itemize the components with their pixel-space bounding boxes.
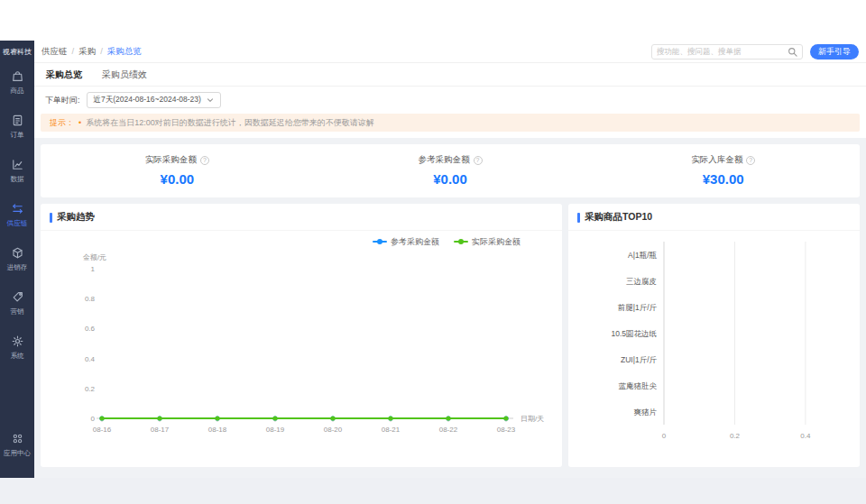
charts-row: 采购趋势 参考采购金额实际采购金额 金额/元00.20.40.60.8108-1… <box>41 204 860 467</box>
line-chart-icon <box>11 158 24 171</box>
sidebar-item-supply-chain[interactable]: 供应链 <box>0 193 34 237</box>
stat-label: 实际入库金额 <box>691 154 742 166</box>
legend-label: 参考采购金额 <box>391 236 439 248</box>
stat-label: 实际采购金额 <box>145 154 197 166</box>
svg-text:前腿|1斤/斤: 前腿|1斤/斤 <box>618 303 658 312</box>
page-bottom-margin <box>0 478 866 504</box>
goods-bag-icon <box>11 69 24 83</box>
sidebar-item-label: 营销 <box>10 307 23 316</box>
stat-actual-purchase-amount: 实际采购金额 ¥0.00 <box>41 154 314 187</box>
svg-text:0.2: 0.2 <box>85 385 96 393</box>
svg-text:金额/元: 金额/元 <box>82 253 106 261</box>
order-time-label: 下单时间: <box>45 95 80 106</box>
info-icon[interactable] <box>746 156 755 165</box>
legend-label: 实际采购金额 <box>472 236 521 248</box>
svg-text:日期/天: 日期/天 <box>521 415 544 423</box>
chevron-down-icon <box>207 96 214 104</box>
breadcrumb-current-page: 采购总览 <box>96 46 142 58</box>
info-icon[interactable] <box>200 156 209 165</box>
svg-text:0: 0 <box>662 432 667 440</box>
svg-text:08-18: 08-18 <box>208 426 227 434</box>
svg-text:A|1瓶/瓶: A|1瓶/瓶 <box>628 251 657 260</box>
search-box[interactable] <box>651 44 803 60</box>
sidebar-item-goods[interactable]: 商品 <box>0 60 34 105</box>
svg-text:三边腐皮: 三边腐皮 <box>626 277 657 286</box>
order-document-icon <box>11 114 24 127</box>
app-window: 视睿科技 商品 订单 数据 <box>0 0 866 504</box>
svg-text:10.5圆花边纸: 10.5圆花边纸 <box>611 329 657 338</box>
svg-text:08-21: 08-21 <box>382 426 401 434</box>
sidebar-item-data[interactable]: 数据 <box>0 149 34 193</box>
sidebar-item-system[interactable]: 系统 <box>0 325 34 370</box>
search-input[interactable] <box>657 47 784 56</box>
top-products-chart: 00.20.4A|1瓶/瓶三边腐皮前腿|1斤/斤10.5圆花边纸ZUI|1斤/斤… <box>577 233 851 449</box>
svg-text:0.2: 0.2 <box>730 432 741 440</box>
svg-text:蓝庵猪肚尖: 蓝庵猪肚尖 <box>619 381 658 390</box>
sidebar-item-label: 供应链 <box>7 218 28 227</box>
gear-icon <box>11 334 24 348</box>
sidebar-item-label: 系统 <box>10 351 23 360</box>
svg-text:08-20: 08-20 <box>324 426 343 434</box>
filter-row: 下单时间: 近7天(2024-08-16~2024-08-23) <box>34 87 866 113</box>
card-title: 采购趋势 <box>57 211 95 224</box>
notice-text: 系统将在当日12:00对前日的数据进行统计，因数据延迟给您带来的不便敬请谅解 <box>78 117 374 129</box>
legend-item-actual-amount[interactable]: 实际采购金额 <box>454 236 521 247</box>
search-icon[interactable] <box>788 47 797 57</box>
title-accent-bar <box>577 213 580 223</box>
purchase-trend-chart: 金额/元00.20.40.60.8108-1608-1708-1808-1908… <box>50 249 551 444</box>
guide-button[interactable]: 新手引导 <box>810 44 859 60</box>
svg-text:0: 0 <box>91 415 96 423</box>
sidebar-item-label: 订单 <box>10 130 23 139</box>
stat-actual-inbound-amount: 实际入库金额 ¥30.00 <box>586 154 860 187</box>
breadcrumb-purchase[interactable]: 采购 <box>68 46 97 58</box>
main-content: 供应链 采购 采购总览 新手引导 采购总览 采购员绩效 下单时间: 近7天(20… <box>34 41 866 478</box>
legend-marker-icon <box>454 238 468 245</box>
marketing-tag-icon <box>11 290 24 304</box>
stat-value: ¥0.00 <box>161 171 195 187</box>
svg-text:08-19: 08-19 <box>266 426 285 434</box>
svg-text:08-22: 08-22 <box>439 426 458 434</box>
page-header-block: 采购总览 采购员绩效 下单时间: 近7天(2024-08-16~2024-08-… <box>34 63 866 138</box>
tab-purchaser-performance[interactable]: 采购员绩效 <box>101 65 148 85</box>
tabs: 采购总览 采购员绩效 <box>34 63 866 87</box>
purchase-trend-card: 采购趋势 参考采购金额实际采购金额 金额/元00.20.40.60.8108-1… <box>41 204 562 467</box>
sidebar-item-marketing[interactable]: 营销 <box>0 281 34 325</box>
breadcrumb-supply-chain[interactable]: 供应链 <box>41 46 68 58</box>
sidebar-item-label: 商品 <box>10 86 23 95</box>
sidebar-item-inventory[interactable]: 进销存 <box>0 237 34 281</box>
svg-text:08-16: 08-16 <box>93 426 112 434</box>
notice-prefix: 提示： <box>50 117 74 129</box>
app-logo: 视睿科技 <box>2 41 32 60</box>
info-icon[interactable] <box>474 156 483 165</box>
notice-bar: 提示： 系统将在当日12:00对前日的数据进行统计，因数据延迟给您带来的不便敬请… <box>41 114 860 132</box>
card-header: 采购商品TOP10 <box>568 204 860 231</box>
stat-value: ¥0.00 <box>433 171 467 187</box>
breadcrumb: 供应链 采购 采购总览 <box>41 46 142 58</box>
card-header: 采购趋势 <box>41 204 562 231</box>
sidebar-item-app-center[interactable]: 应用中心 <box>0 423 34 467</box>
svg-text:ZUI|1斤/斤: ZUI|1斤/斤 <box>621 355 657 364</box>
inventory-cube-icon <box>11 246 24 260</box>
svg-text:爽猪片: 爽猪片 <box>634 408 658 417</box>
card-title: 采购商品TOP10 <box>585 211 652 224</box>
legend-item-reference-amount[interactable]: 参考采购金额 <box>373 236 439 247</box>
sidebar: 视睿科技 商品 订单 数据 <box>0 41 34 478</box>
sidebar-item-label: 数据 <box>10 174 23 183</box>
order-time-select[interactable]: 近7天(2024-08-16~2024-08-23) <box>87 92 221 108</box>
svg-text:08-23: 08-23 <box>497 426 516 434</box>
order-time-value: 近7天(2024-08-16~2024-08-23) <box>94 95 201 105</box>
sidebar-item-orders[interactable]: 订单 <box>0 105 34 149</box>
top-products-card: 采购商品TOP10 00.20.4A|1瓶/瓶三边腐皮前腿|1斤/斤10.5圆花… <box>568 204 860 467</box>
stats-card: 实际采购金额 ¥0.00 参考采购金额 ¥0.00 实际入库金额 ¥30.00 <box>41 144 860 197</box>
svg-text:08-17: 08-17 <box>151 426 170 434</box>
sidebar-item-label: 进销存 <box>7 262 28 271</box>
tab-purchase-overview[interactable]: 采购总览 <box>45 65 83 85</box>
stat-label: 参考采购金额 <box>419 154 470 166</box>
stat-value: ¥30.00 <box>703 171 744 187</box>
sidebar-nav: 商品 订单 数据 供应链 <box>0 60 34 370</box>
app-grid-icon <box>11 432 24 445</box>
svg-text:1: 1 <box>91 265 96 273</box>
sidebar-item-label: 应用中心 <box>4 448 31 457</box>
svg-text:0.4: 0.4 <box>800 432 811 440</box>
chart-legend: 参考采购金额实际采购金额 <box>41 231 562 247</box>
